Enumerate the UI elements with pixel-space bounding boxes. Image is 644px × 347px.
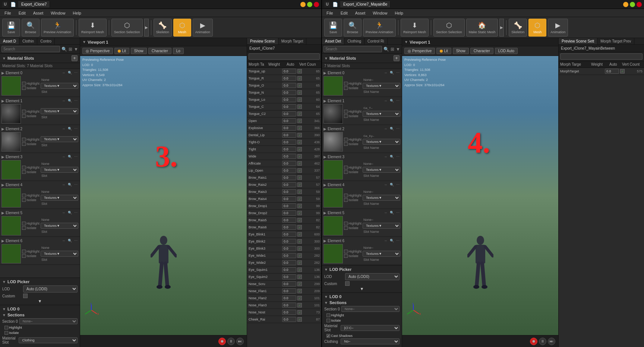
e1-nav-1[interactable]: ↔ xyxy=(61,98,66,103)
highlight-check-1[interactable] xyxy=(4,326,8,329)
maximize-btn-2[interactable] xyxy=(630,2,635,7)
morph-weight[interactable] xyxy=(282,168,296,173)
vp-char-btn-1[interactable]: Character xyxy=(148,48,171,54)
morph-auto-check[interactable]: ✓ xyxy=(297,232,302,237)
morph-weight[interactable] xyxy=(282,225,296,230)
browse-btn-2[interactable]: 🔍 Browse xyxy=(344,19,362,37)
morph-weight[interactable] xyxy=(282,97,296,102)
lod-select-1[interactable]: Auto (LOD0) xyxy=(23,285,78,293)
morph-auto-check[interactable]: ✓ xyxy=(297,275,302,279)
morph-auto-check[interactable]: ✓ xyxy=(297,282,302,286)
isolate-check-2[interactable] xyxy=(326,319,330,322)
e4-search-2[interactable]: 🔍 xyxy=(389,182,394,187)
e0-search-2[interactable]: 🔍 xyxy=(389,70,394,75)
filter-btn-2[interactable]: ▼ xyxy=(396,47,400,52)
morph-auto-check[interactable]: ✓ xyxy=(297,204,302,208)
e3-texture-1[interactable]: Textures▼ xyxy=(41,167,78,173)
clothing-select-2[interactable]: No– xyxy=(341,338,400,344)
e1-more-2[interactable]: ⋯ xyxy=(395,98,400,103)
morph-auto-check[interactable]: ✓ xyxy=(297,104,302,109)
morph-auto-check[interactable]: ✓ xyxy=(297,168,302,173)
material-slots-header-2[interactable]: ▼ Material Slots + xyxy=(322,54,402,63)
lod-header-2[interactable]: ▼ LOD Picker xyxy=(324,267,400,272)
e4-texture-2[interactable]: Textures▼ xyxy=(363,195,400,201)
e3-search-1[interactable]: 🔍 xyxy=(67,154,72,159)
e2-search-1[interactable]: 🔍 xyxy=(67,126,72,131)
record-btn-1[interactable]: ⏺ xyxy=(218,338,226,345)
filter-btn-1[interactable]: ▼ xyxy=(74,47,78,52)
preview-anim-btn-2[interactable]: 🏃 Preview Animation xyxy=(363,19,396,37)
e4-nav-2[interactable]: ↔ xyxy=(383,182,388,187)
sections-header-1[interactable]: ▼ Sections xyxy=(2,313,78,317)
e4-search-1[interactable]: 🔍 xyxy=(67,182,72,187)
sections-header-2[interactable]: ▼ Sections xyxy=(324,300,400,305)
morph-weight[interactable] xyxy=(282,260,296,265)
morph-weight[interactable] xyxy=(282,281,296,287)
morph-weight[interactable] xyxy=(282,239,296,244)
e3-more-1[interactable]: ⋯ xyxy=(73,154,78,159)
e1-more-1[interactable]: ⋯ xyxy=(73,98,78,103)
morph-weight[interactable] xyxy=(282,253,296,258)
morph-auto-check[interactable]: ✓ xyxy=(297,303,302,307)
e6-more-1[interactable]: ⋯ xyxy=(73,238,78,243)
preview-scene-tab-2[interactable]: Preview Scene Sett xyxy=(559,38,597,44)
menu-window-2[interactable]: Window xyxy=(371,10,389,16)
morph-auto-check[interactable]: ✓ xyxy=(297,140,302,144)
search-input-1[interactable] xyxy=(1,46,60,52)
e2-nav-1[interactable]: ↔ xyxy=(61,126,66,131)
e2-more-1[interactable]: ⋯ xyxy=(73,126,78,131)
search-btn-2[interactable]: 🔍 xyxy=(383,47,389,52)
mat-slot-select-1[interactable]: Clothing xyxy=(19,337,78,343)
morph-auto-check[interactable]: ✓ xyxy=(297,190,302,194)
e6-search-1[interactable]: 🔍 xyxy=(67,238,72,243)
control-tab-2[interactable]: Control Ri xyxy=(364,38,387,44)
e4-more-2[interactable]: ⋯ xyxy=(395,182,400,187)
e3-texture-2[interactable]: Textures▼ xyxy=(363,167,400,173)
e5-texture-1[interactable]: Textures▼ xyxy=(41,223,78,229)
e0-more-1[interactable]: ⋯ xyxy=(73,70,78,75)
e6-texture-1[interactable]: Textures▼ xyxy=(41,251,78,257)
morph-target-tab-2[interactable]: Morph Target Prev xyxy=(597,38,634,44)
reimport-btn-2[interactable]: ⬇ Reimport Mesh xyxy=(401,19,429,37)
morph-weight[interactable] xyxy=(282,111,296,116)
e2-more-2[interactable]: ⋯ xyxy=(395,126,400,131)
control-tab-1[interactable]: Contro xyxy=(37,38,55,44)
e3-nav-2[interactable]: ↔ xyxy=(383,154,388,159)
pause-btn-2[interactable]: ⏸ xyxy=(539,338,546,345)
morph-weight[interactable] xyxy=(282,76,296,81)
morph-auto-check[interactable]: ✓ xyxy=(297,133,302,137)
lod-header-1[interactable]: ▼ LOD Picker xyxy=(2,279,78,284)
animation-btn-2[interactable]: ▶ Animation xyxy=(548,19,568,37)
e0-search-1[interactable]: 🔍 xyxy=(67,70,72,75)
morph-search-input-2[interactable] xyxy=(560,53,643,60)
lod0-header-1[interactable]: ▼ LOD 0 xyxy=(2,307,78,311)
view-toggle-1[interactable]: ⊞ xyxy=(69,47,72,52)
maximize-btn-1[interactable] xyxy=(307,2,312,7)
morph-weight[interactable] xyxy=(282,182,296,187)
morph-weight[interactable] xyxy=(282,196,296,201)
morph-auto-check[interactable]: ✓ xyxy=(297,218,302,222)
lod-select-2[interactable]: Auto (LOD0) xyxy=(345,273,400,280)
morph-auto-check[interactable]: ✓ xyxy=(297,211,302,215)
morph-weight[interactable] xyxy=(282,69,296,74)
skeleton-btn-2[interactable]: 🦴 Skeleton xyxy=(509,19,527,37)
morph-auto-check[interactable]: ✓ xyxy=(297,126,302,130)
add-slot-btn-2[interactable]: + xyxy=(394,55,400,61)
e2-texture-2[interactable]: Textures▼ xyxy=(363,139,400,145)
skeleton-btn-1[interactable]: 🦴 Skeleton xyxy=(154,19,172,37)
e5-search-2[interactable]: 🔍 xyxy=(389,210,394,215)
e0-nav-1[interactable]: ↔ xyxy=(61,70,66,75)
mesh-btn-1[interactable]: ⬡ Mesh xyxy=(173,19,191,37)
morph-search-input-1[interactable] xyxy=(249,53,320,60)
morph-weight[interactable] xyxy=(282,210,296,216)
menu-help-1[interactable]: Help xyxy=(71,10,83,16)
morph-weight[interactable] xyxy=(282,267,296,272)
morph-auto-check[interactable]: ✓ xyxy=(297,225,302,229)
vp-lit-btn-2[interactable]: Lit xyxy=(436,48,451,54)
morph-auto-check[interactable]: ✓ xyxy=(297,182,302,187)
morph-weight[interactable] xyxy=(282,140,296,145)
morph-auto-check[interactable]: ✓ xyxy=(297,197,302,201)
menu-asset-1[interactable]: Asset xyxy=(32,10,45,16)
play-btn-2[interactable]: ⏭ xyxy=(548,338,555,345)
e6-more-2[interactable]: ⋯ xyxy=(395,238,400,243)
